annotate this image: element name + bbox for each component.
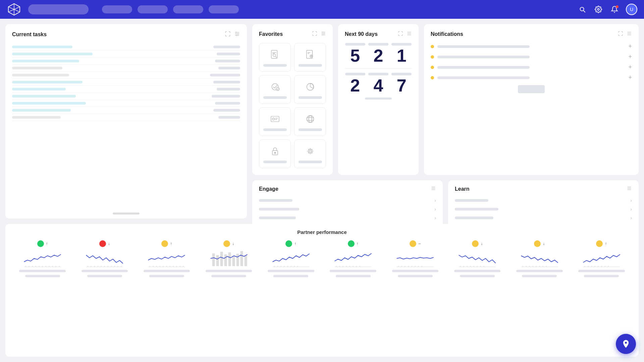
notifications-header: Notifications <box>431 31 632 38</box>
notification-dot-4 <box>431 76 434 79</box>
learn-chevron-1[interactable]: › <box>630 198 632 203</box>
nav-item-4[interactable] <box>209 5 239 13</box>
pp-dot-5 <box>285 240 292 247</box>
notification-add-4[interactable]: + <box>629 74 632 81</box>
notification-add-2[interactable]: + <box>629 53 632 60</box>
learn-item-2[interactable]: › <box>455 206 632 212</box>
pp-arrow-3: ↑ <box>170 241 172 246</box>
engage-settings-icon[interactable] <box>431 186 436 192</box>
svg-point-23 <box>311 56 312 57</box>
svg-rect-91 <box>216 255 219 266</box>
stat-number-2: 2 <box>374 47 383 64</box>
tasks-settings-icon[interactable] <box>234 31 240 38</box>
pp-arrow-7: – <box>418 241 421 246</box>
svg-point-33 <box>307 116 314 123</box>
tasks-list <box>12 44 240 121</box>
logo[interactable] <box>7 2 21 17</box>
lock-icon <box>268 144 282 158</box>
notifications-settings-icon[interactable] <box>627 31 632 38</box>
svg-rect-90 <box>212 253 215 266</box>
learn-item-1[interactable]: › <box>455 198 632 203</box>
document-gear-icon <box>304 48 317 61</box>
nav-item-2[interactable] <box>138 5 168 13</box>
svg-point-8 <box>238 34 239 35</box>
tasks-scrollbar[interactable] <box>113 213 140 215</box>
learn-settings-icon[interactable] <box>627 186 632 192</box>
expand-icon[interactable] <box>225 31 231 38</box>
stat-number-7: 7 <box>397 77 407 94</box>
engage-chevron-3[interactable]: › <box>434 215 436 221</box>
search-icon[interactable] <box>578 5 587 14</box>
engage-bar-2 <box>259 208 299 210</box>
learn-header: Learn <box>455 186 632 192</box>
stat-number-5: 5 <box>350 47 360 64</box>
notification-item-1: + <box>431 43 632 50</box>
favorites-title: Favorites <box>259 31 283 37</box>
next90-settings-icon[interactable] <box>407 31 412 38</box>
task-row <box>12 72 240 79</box>
settings-icon[interactable] <box>594 5 603 14</box>
pp-indicator-9: ↓ <box>534 240 545 247</box>
engage-bar-3 <box>259 217 296 219</box>
notification-add-3[interactable]: + <box>629 64 632 71</box>
favorite-item-lock[interactable] <box>259 139 291 168</box>
favorite-label <box>299 64 322 67</box>
learn-bar-1 <box>455 199 488 202</box>
notification-item-4: + <box>431 74 632 81</box>
main-content: Current tasks <box>0 19 644 362</box>
favorite-item-document-gear[interactable] <box>294 43 326 72</box>
next90-panel: Next 90 days 5 <box>338 24 419 175</box>
next90-scrollbar[interactable] <box>365 98 392 100</box>
stat-item-7: 7 <box>391 73 412 94</box>
middle-row: Favorites <box>252 24 639 175</box>
learn-chevron-2[interactable]: › <box>630 206 632 212</box>
notification-add-1[interactable]: + <box>629 43 632 50</box>
favorite-item-document-search[interactable] <box>259 43 291 72</box>
pp-item-7: – <box>386 240 444 277</box>
pp-dot-9 <box>534 240 541 247</box>
notifications-icon[interactable] <box>610 5 619 14</box>
favorite-label <box>299 128 322 131</box>
svg-point-9 <box>236 35 237 36</box>
nav-item-3[interactable] <box>173 5 203 13</box>
notifications-footer[interactable] <box>518 85 545 93</box>
favorite-item-gear[interactable] <box>294 139 326 168</box>
favorite-item-message-check[interactable] <box>259 75 291 104</box>
pp-chart-7 <box>386 248 444 268</box>
avatar[interactable]: U <box>626 4 637 15</box>
learn-item-3[interactable]: › <box>455 215 632 221</box>
pp-label-7b <box>398 275 433 277</box>
learn-chevron-3[interactable]: › <box>630 215 632 221</box>
notifications-expand-icon[interactable] <box>618 31 623 38</box>
engage-chevron-2[interactable]: › <box>434 206 436 212</box>
task-row <box>12 58 240 65</box>
pp-item-3: ↑ <box>138 240 196 277</box>
favorites-expand-icon[interactable] <box>312 31 317 38</box>
fab-button[interactable] <box>616 334 636 354</box>
favorite-item-globe[interactable] <box>294 107 326 136</box>
pp-chart-9 <box>511 248 569 268</box>
pp-chart-5 <box>262 248 320 268</box>
nav-item-1[interactable] <box>102 5 132 13</box>
engage-title: Engage <box>259 186 278 192</box>
favorites-settings-icon[interactable] <box>321 31 326 38</box>
pp-label-4b <box>211 275 246 277</box>
pp-indicator-3: ↑ <box>161 240 172 247</box>
favorite-item-pie-chart[interactable] <box>294 75 326 104</box>
engage-item-1[interactable]: › <box>259 198 436 203</box>
engage-chevron-1[interactable]: › <box>434 198 436 203</box>
pp-label-5b <box>273 275 308 277</box>
engage-header: Engage <box>259 186 436 192</box>
engage-item-3[interactable]: › <box>259 215 436 221</box>
engage-list: › › › <box>259 198 436 221</box>
favorite-item-id-card[interactable] <box>259 107 291 136</box>
next90-title: Next 90 days <box>345 31 378 37</box>
pp-item-9: ↓ <box>511 240 569 277</box>
stat-item-1: 1 <box>391 43 412 64</box>
engage-item-2[interactable]: › <box>259 206 436 212</box>
svg-rect-97 <box>240 251 243 266</box>
next90-expand-icon[interactable] <box>398 31 403 38</box>
notifications-actions <box>618 31 632 38</box>
current-tasks-header: Current tasks <box>12 31 240 38</box>
search-bar[interactable] <box>28 4 89 14</box>
